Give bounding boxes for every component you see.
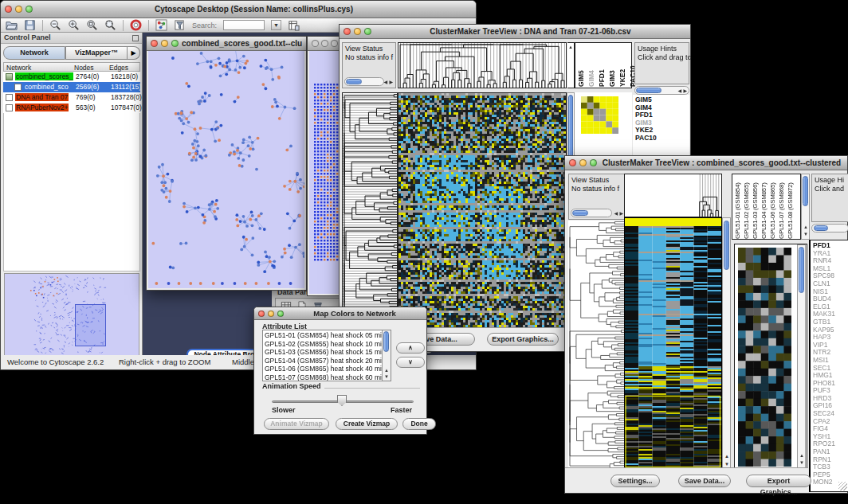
scroll-left-icon[interactable]: ◀ [677, 88, 681, 93]
export-graphics-button[interactable]: Export Graphics... [746, 475, 811, 487]
column-label[interactable]: GPL51-06 (GSM865) [769, 175, 777, 239]
minimize-icon[interactable] [354, 28, 361, 35]
zoom-in-icon[interactable] [68, 19, 80, 31]
scroll-thumb[interactable] [814, 225, 828, 231]
zoom-out-icon[interactable] [49, 19, 61, 31]
zoom-window-icon[interactable] [364, 28, 371, 35]
scroll-thumb[interactable] [572, 210, 588, 216]
treeview2-titlebar[interactable]: ClusterMaker TreeView : combined_scores_… [565, 156, 847, 170]
usage-hints-hscrollbar[interactable]: ◀ ▶ [634, 86, 689, 95]
attribute-item[interactable]: GPL51-07 (GSM868) heat shock 60 min [265, 373, 389, 381]
attribute-item[interactable]: GPL51-04 (GSM857) heat shock 20 min [265, 357, 389, 365]
scroll-thumb[interactable] [636, 88, 662, 93]
treeview1-titlebar[interactable]: ClusterMaker TreeView : DNA and Tran 07-… [340, 25, 690, 39]
close-icon[interactable] [569, 159, 576, 166]
tab-vizmapper[interactable]: VizMapper™ [65, 46, 128, 60]
scroll-down-icon[interactable]: ▼ [384, 374, 389, 379]
column-label[interactable]: GPL51-02 (GSM855) [743, 175, 751, 239]
tab-network[interactable]: Network [3, 46, 65, 60]
vizmapper-icon[interactable] [155, 19, 167, 31]
save-data-button[interactable]: Save Data... [678, 475, 731, 487]
close-icon[interactable] [151, 40, 158, 47]
float-panel-icon[interactable] [132, 35, 139, 41]
open-folder-icon[interactable] [6, 19, 18, 31]
animate-vizmap-button[interactable]: Animate Vizmap [264, 418, 329, 430]
usage-hints-hscrollbar[interactable] [811, 224, 848, 232]
zoom-window-icon[interactable] [171, 40, 179, 47]
scroll-up-icon[interactable]: ▲ [803, 225, 808, 229]
zoom-heatmap-vscrollbar[interactable]: ▲ ▼ [797, 244, 806, 468]
filter-icon[interactable] [174, 19, 186, 31]
heatmap-canvas[interactable] [398, 93, 566, 328]
scroll-down-icon[interactable]: ▼ [799, 460, 804, 465]
resize-grip[interactable] [838, 482, 847, 490]
attribute-list[interactable]: GPL51-01 (GSM854) heat shock 05 minGPL51… [262, 330, 391, 381]
import-table-icon[interactable] [288, 19, 300, 31]
heatmap-panel[interactable] [398, 92, 567, 329]
scroll-left-icon[interactable]: ◀ [383, 80, 387, 84]
scroll-up-icon[interactable]: ▲ [724, 454, 729, 459]
network-row[interactable]: RNAPuberNov2+563(0)107847(0) [3, 103, 140, 113]
row-dendrogram-canvas[interactable] [343, 93, 397, 328]
network-table-header[interactable]: Network Nodes Edges [3, 62, 140, 72]
column-dendrogram-canvas[interactable] [625, 174, 721, 217]
grid-network-canvas[interactable] [313, 83, 342, 263]
column-labels-vscrollbar[interactable]: ▲ ▼ [801, 174, 810, 240]
network-view-canvas[interactable] [148, 51, 304, 288]
column-label[interactable]: GPL51-04 (GSM857) [760, 175, 768, 239]
column-label[interactable]: GIM3 [608, 44, 617, 87]
minimize-icon[interactable] [321, 40, 328, 47]
scroll-thumb[interactable] [346, 79, 362, 84]
zoom-heatmap-panel[interactable]: ▲ ▼ [734, 244, 807, 469]
attribute-item[interactable]: GPL51-01 (GSM854) heat shock 05 min [265, 331, 389, 340]
zoom-window-icon[interactable] [277, 311, 284, 317]
minimize-icon[interactable] [268, 311, 274, 317]
column-label[interactable]: GIM5 [577, 44, 586, 87]
zoom-window-icon[interactable] [331, 40, 338, 47]
network-overview-panel[interactable] [4, 273, 139, 357]
close-icon[interactable] [258, 311, 265, 317]
minimize-icon[interactable] [15, 6, 22, 13]
network-row[interactable]: DNA and Tran 07769(0)183728(0) [3, 92, 140, 103]
settings-button[interactable]: Settings... [610, 475, 660, 487]
view-status-hscrollbar[interactable] [571, 209, 612, 217]
heatmap-panel[interactable] [624, 217, 722, 471]
scroll-down-icon[interactable]: ▼ [724, 462, 729, 467]
scroll-thumb[interactable] [803, 176, 808, 206]
zoom-heatmap-canvas[interactable] [738, 248, 791, 467]
scroll-thumb[interactable] [383, 331, 389, 352]
scroll-thumb[interactable] [724, 221, 729, 270]
zoom-fit-icon[interactable] [104, 19, 116, 31]
close-icon[interactable] [344, 28, 351, 35]
move-up-button[interactable]: ∧ [396, 342, 425, 354]
scroll-right-icon[interactable]: ▶ [619, 211, 623, 216]
scroll-down-icon[interactable]: ▼ [803, 232, 808, 236]
network-row[interactable]: combined_scores_2764(0)16218(0) [3, 72, 140, 82]
column-nodes[interactable]: Nodes [74, 64, 94, 72]
create-vizmap-button[interactable]: Create Vizmap [336, 418, 398, 430]
search-input[interactable] [223, 20, 265, 30]
zoom-window-icon[interactable] [26, 6, 33, 13]
column-label[interactable]: GIM4 [587, 44, 596, 87]
search-dropdown-icon[interactable]: ▼ [271, 20, 281, 30]
attribute-item[interactable]: GPL51-06 (GSM865) heat shock 40 min [265, 365, 389, 373]
column-edges[interactable]: Edges [109, 64, 128, 72]
main-titlebar[interactable]: Cytoscape Desktop (Session Name: collins… [1, 1, 476, 18]
network-row[interactable]: combined_sco2569(6)13112(15) [3, 82, 140, 92]
export-graphics-button[interactable]: Export Graphics... [487, 333, 559, 346]
close-icon[interactable] [5, 6, 12, 13]
move-down-button[interactable]: ∨ [396, 357, 425, 368]
scroll-right-icon[interactable]: ▶ [389, 80, 393, 84]
save-icon[interactable] [24, 19, 36, 31]
summary-matrix-canvas[interactable] [581, 96, 618, 134]
column-label[interactable]: PFD1 [598, 44, 607, 87]
row-dendrogram-panel[interactable] [342, 92, 398, 329]
scroll-up-icon[interactable]: ▲ [799, 453, 804, 458]
attribute-item[interactable]: GPL51-02 (GSM855) heat shock 10 min [265, 340, 389, 349]
row-dendrogram-canvas[interactable] [568, 221, 624, 469]
view-status-hscrollbar[interactable] [344, 77, 384, 86]
column-label[interactable]: GPL51-01 (GSM854) [734, 175, 742, 239]
scroll-right-icon[interactable]: ▶ [683, 88, 687, 93]
minimize-icon[interactable] [579, 159, 587, 166]
column-dendrogram-panel[interactable] [398, 42, 567, 88]
